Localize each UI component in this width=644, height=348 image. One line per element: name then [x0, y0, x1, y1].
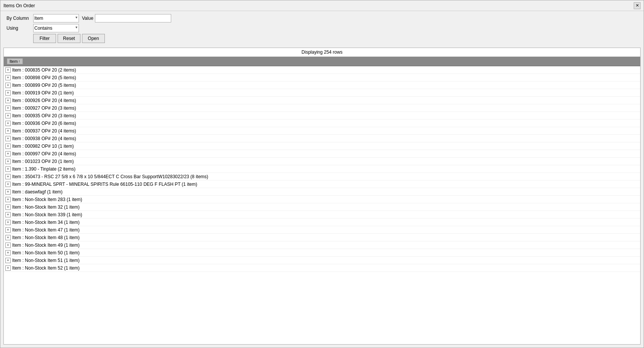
list-item[interactable]: +Item : 1.390 - Tinplate (2 items) — [4, 165, 640, 173]
column-select[interactable]: Item Order# Vendor Date — [33, 14, 79, 22]
list-item-text: Item : 99-MINERAL SPRT - MINERAL SPIRITS… — [12, 182, 197, 187]
expand-icon[interactable]: + — [5, 159, 11, 164]
expand-icon[interactable]: + — [5, 174, 11, 179]
list-item[interactable]: +Item : 99-MINERAL SPRT - MINERAL SPIRIT… — [4, 180, 640, 188]
list-item-text: Item : Non-Stock Item 339 (1 item) — [12, 212, 82, 217]
filter-button[interactable]: Filter — [33, 34, 56, 43]
list-item[interactable]: +Item : Non-Stock Item 52 (1 item) — [4, 264, 640, 272]
item-column-label: Item — [10, 59, 18, 64]
table-header: Item ↑ — [4, 57, 640, 66]
close-button[interactable]: ✕ — [634, 2, 641, 9]
list-item[interactable]: +Item : 000937 OP# 20 (4 items) — [4, 127, 640, 135]
list-item[interactable]: +Item : Non-Stock Item 51 (1 item) — [4, 257, 640, 264]
list-item[interactable]: +Item : 000919 OP# 20 (1 item) — [4, 89, 640, 97]
list-item-text: Item : Non-Stock Item 47 (1 item) — [12, 227, 80, 233]
title-bar: Items On Order ✕ — [0, 0, 644, 11]
item-column-header[interactable]: Item ↑ — [7, 58, 23, 64]
content-area: Displaying 254 rows Item ↑ +Item : 00083… — [3, 48, 641, 345]
list-item[interactable]: +Item : 000927 OP# 20 (3 items) — [4, 104, 640, 112]
list-item-text: Item : 000997 OP# 20 (4 items) — [12, 151, 76, 156]
list-item-text: Item : 001023 OP# 20 (1 item) — [12, 159, 74, 164]
list-item-text: Item : 1.390 - Tinplate (2 items) — [12, 166, 75, 172]
filter-area: By Column Item Order# Vendor Date Value … — [0, 11, 644, 46]
value-input[interactable] — [95, 14, 171, 22]
expand-icon[interactable]: + — [5, 113, 11, 118]
using-row: Using Contains Equals Starts With Ends W… — [6, 24, 638, 32]
list-item[interactable]: +Item : 000997 OP# 20 (4 items) — [4, 150, 640, 158]
list-item[interactable]: +Item : 350473 - RSC 27 5/8 x 6 7/8 x 10… — [4, 173, 640, 180]
open-button[interactable]: Open — [82, 34, 105, 43]
list-item[interactable]: +Item : Non-Stock Item 32 (1 item) — [4, 203, 640, 211]
list-item-text: Item : 000938 OP# 20 (4 items) — [12, 136, 76, 141]
list-item-text: Item : 000899 OP# 20 (5 items) — [12, 83, 76, 88]
list-item[interactable]: +Item : Non-Stock Item 339 (1 item) — [4, 211, 640, 219]
expand-icon[interactable]: + — [5, 243, 11, 248]
window-title: Items On Order — [3, 3, 35, 8]
expand-icon[interactable]: + — [5, 121, 11, 126]
list-item-text: Item : 000935 OP# 20 (3 items) — [12, 113, 76, 118]
buttons-row: Filter Reset Open — [33, 34, 638, 43]
list-item-text: Item : daeswfagf (1 item) — [12, 189, 63, 195]
list-item[interactable]: +Item : 000835 OP# 20 (2 items) — [4, 66, 640, 74]
list-item-text: Item : Non-Stock Item 50 (1 item) — [12, 250, 80, 255]
expand-icon[interactable]: + — [5, 67, 11, 73]
expand-icon[interactable]: + — [5, 212, 11, 217]
displaying-bar: Displaying 254 rows — [4, 48, 640, 57]
list-item-text: Item : Non-Stock Item 52 (1 item) — [12, 265, 80, 271]
expand-icon[interactable]: + — [5, 204, 11, 210]
list-item[interactable]: +Item : 000936 OP# 20 (6 items) — [4, 120, 640, 127]
expand-icon[interactable]: + — [5, 197, 11, 202]
value-label: Value — [82, 16, 93, 21]
expand-icon[interactable]: + — [5, 90, 11, 96]
main-window: Items On Order ✕ By Column Item Order# V… — [0, 0, 644, 348]
using-select[interactable]: Contains Equals Starts With Ends With — [33, 24, 79, 32]
list-item[interactable]: +Item : daeswfagf (1 item) — [4, 188, 640, 196]
list-item-text: Item : 000936 OP# 20 (6 items) — [12, 121, 76, 126]
using-select-wrapper: Contains Equals Starts With Ends With — [33, 24, 79, 32]
expand-icon[interactable]: + — [5, 83, 11, 88]
list-item-text: Item : 000927 OP# 20 (3 items) — [12, 105, 76, 111]
list-item-text: Item : Non-Stock Item 283 (1 item) — [12, 197, 82, 202]
expand-icon[interactable]: + — [5, 250, 11, 255]
expand-icon[interactable]: + — [5, 128, 11, 134]
expand-icon[interactable]: + — [5, 151, 11, 156]
list-item[interactable]: +Item : 000926 OP# 20 (4 items) — [4, 97, 640, 104]
expand-icon[interactable]: + — [5, 182, 11, 187]
list-item-text: Item : Non-Stock Item 32 (1 item) — [12, 204, 80, 210]
list-item-text: Item : Non-Stock Item 34 (1 item) — [12, 220, 80, 225]
list-item[interactable]: +Item : Non-Stock Item 34 (1 item) — [4, 219, 640, 226]
expand-icon[interactable]: + — [5, 265, 11, 271]
expand-icon[interactable]: + — [5, 258, 11, 263]
list-item[interactable]: +Item : Non-Stock Item 283 (1 item) — [4, 196, 640, 203]
reset-button[interactable]: Reset — [58, 34, 80, 43]
list-item[interactable]: +Item : 000938 OP# 20 (4 items) — [4, 135, 640, 142]
list-container[interactable]: +Item : 000835 OP# 20 (2 items)+Item : 0… — [4, 66, 640, 344]
list-item-text: Item : 000835 OP# 20 (2 items) — [12, 67, 76, 73]
expand-icon[interactable]: + — [5, 98, 11, 103]
sort-arrow: ↑ — [18, 59, 20, 63]
expand-icon[interactable]: + — [5, 144, 11, 149]
list-item[interactable]: +Item : 001023 OP# 20 (1 item) — [4, 158, 640, 165]
list-item-text: Item : 000926 OP# 20 (4 items) — [12, 98, 76, 103]
list-item-text: Item : Non-Stock Item 51 (1 item) — [12, 258, 80, 263]
list-item[interactable]: +Item : Non-Stock Item 49 (1 item) — [4, 241, 640, 249]
list-item-text: Item : 350473 - RSC 27 5/8 x 6 7/8 x 10 … — [12, 174, 208, 179]
list-item[interactable]: +Item : Non-Stock Item 47 (1 item) — [4, 226, 640, 234]
using-label: Using — [6, 26, 33, 31]
expand-icon[interactable]: + — [5, 105, 11, 111]
list-item[interactable]: +Item : Non-Stock Item 50 (1 item) — [4, 249, 640, 257]
expand-icon[interactable]: + — [5, 75, 11, 80]
list-item-text: Item : 000982 OP# 10 (1 item) — [12, 144, 74, 149]
list-item-text: Item : Non-Stock Item 48 (1 item) — [12, 235, 80, 240]
list-item[interactable]: +Item : 000935 OP# 20 (3 items) — [4, 112, 640, 120]
list-item[interactable]: +Item : Non-Stock Item 48 (1 item) — [4, 234, 640, 241]
expand-icon[interactable]: + — [5, 136, 11, 141]
expand-icon[interactable]: + — [5, 189, 11, 195]
expand-icon[interactable]: + — [5, 227, 11, 233]
list-item[interactable]: +Item : 000899 OP# 20 (5 items) — [4, 81, 640, 89]
list-item[interactable]: +Item : 000898 OP# 20 (5 items) — [4, 74, 640, 81]
expand-icon[interactable]: + — [5, 220, 11, 225]
expand-icon[interactable]: + — [5, 235, 11, 240]
list-item[interactable]: +Item : 000982 OP# 10 (1 item) — [4, 142, 640, 150]
expand-icon[interactable]: + — [5, 166, 11, 172]
